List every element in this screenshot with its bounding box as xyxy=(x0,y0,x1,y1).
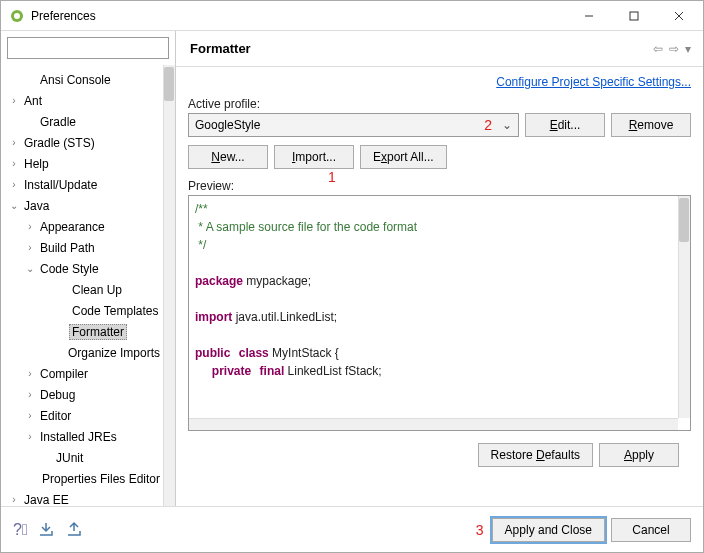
preview-scrollbar-v[interactable] xyxy=(678,196,690,418)
import-button[interactable]: Import... xyxy=(274,145,354,169)
collapse-icon[interactable]: ⌄ xyxy=(7,200,21,211)
remove-button[interactable]: Remove xyxy=(611,113,691,137)
tree-item-label: Code Style xyxy=(37,262,102,276)
tree-item[interactable]: Ansi Console xyxy=(1,69,163,90)
tree-item[interactable]: ›Gradle (STS) xyxy=(1,132,163,153)
expand-icon[interactable]: › xyxy=(23,368,37,379)
tree-item[interactable]: ›Editor xyxy=(1,405,163,426)
tree-item[interactable]: ›Appearance xyxy=(1,216,163,237)
tree-item[interactable]: ›Install/Update xyxy=(1,174,163,195)
expand-icon[interactable]: › xyxy=(23,242,37,253)
apply-button[interactable]: Apply xyxy=(599,443,679,467)
left-pane: Ansi Console›AntGradle›Gradle (STS)›Help… xyxy=(1,31,176,506)
tree-item-label: Gradle (STS) xyxy=(21,136,98,150)
tree-item[interactable]: ›Java EE xyxy=(1,489,163,506)
preview-label: Preview: xyxy=(188,179,691,193)
expand-icon[interactable]: › xyxy=(23,389,37,400)
expand-icon[interactable]: › xyxy=(7,179,21,190)
tree-item-label: Compiler xyxy=(37,367,91,381)
profile-value: GoogleStyle xyxy=(195,118,260,132)
expand-icon[interactable]: › xyxy=(7,494,21,505)
tree-scrollbar[interactable] xyxy=(163,65,175,506)
menu-arrow-icon[interactable]: ▾ xyxy=(685,42,691,56)
close-button[interactable] xyxy=(656,2,701,30)
tree-item-label: Properties Files Editor xyxy=(39,472,163,486)
tree-item-label: Code Templates xyxy=(69,304,162,318)
tree-item-label: Formatter xyxy=(69,324,127,340)
tree-item[interactable]: ›Installed JREs xyxy=(1,426,163,447)
tree-item[interactable]: ›Compiler xyxy=(1,363,163,384)
tree-item[interactable]: Formatter xyxy=(1,321,163,342)
expand-icon[interactable]: › xyxy=(23,431,37,442)
tree-item[interactable]: Clean Up xyxy=(1,279,163,300)
filter-input[interactable] xyxy=(7,37,169,59)
tree-item-label: Clean Up xyxy=(69,283,125,297)
tree-item-label: Ansi Console xyxy=(37,73,114,87)
annotation-1: 1 xyxy=(328,169,336,185)
tree-item[interactable]: ›Build Path xyxy=(1,237,163,258)
back-icon[interactable]: ⇦ xyxy=(653,42,663,56)
tree-item[interactable]: ⌄Java xyxy=(1,195,163,216)
tree-scroll-thumb[interactable] xyxy=(164,67,174,101)
annotation-3: 3 xyxy=(476,522,484,538)
cancel-button[interactable]: Cancel xyxy=(611,518,691,542)
tree-item[interactable]: JUnit xyxy=(1,447,163,468)
configure-project-link[interactable]: Configure Project Specific Settings... xyxy=(496,75,691,89)
import-prefs-icon[interactable] xyxy=(38,521,56,539)
active-profile-label: Active profile: xyxy=(188,97,691,111)
tree-item-label: Organize Imports xyxy=(65,346,163,360)
tree-item[interactable]: Properties Files Editor xyxy=(1,468,163,489)
export-all-button[interactable]: Export All... xyxy=(360,145,447,169)
preview-content: /** * A sample source file for the code … xyxy=(189,196,690,384)
forward-icon[interactable]: ⇨ xyxy=(669,42,679,56)
tree-item[interactable]: ›Help xyxy=(1,153,163,174)
chevron-down-icon: ⌄ xyxy=(502,118,512,132)
tree-item-label: Java EE xyxy=(21,493,72,507)
tree-item[interactable]: ›Ant xyxy=(1,90,163,111)
edit-button[interactable]: Edit... xyxy=(525,113,605,137)
preview-thumb-v[interactable] xyxy=(679,198,689,242)
window-title: Preferences xyxy=(31,9,566,23)
tree-item-label: Help xyxy=(21,157,52,171)
expand-icon[interactable]: › xyxy=(7,137,21,148)
footer: ?⃝ 3 Apply and Close Cancel xyxy=(1,506,703,552)
tree-item[interactable]: Code Templates xyxy=(1,300,163,321)
tree-item-label: Build Path xyxy=(37,241,98,255)
export-prefs-icon[interactable] xyxy=(66,521,84,539)
tree-item-label: JUnit xyxy=(53,451,86,465)
tree-item-label: Appearance xyxy=(37,220,108,234)
apply-and-close-button[interactable]: Apply and Close xyxy=(492,518,605,542)
page-title: Formatter xyxy=(190,41,653,56)
new-button[interactable]: New... xyxy=(188,145,268,169)
restore-defaults-button[interactable]: Restore Defaults xyxy=(478,443,593,467)
tree-item[interactable]: ⌄Code Style xyxy=(1,258,163,279)
expand-icon[interactable]: › xyxy=(23,221,37,232)
tree-item[interactable]: Gradle xyxy=(1,111,163,132)
preview-scrollbar-h[interactable] xyxy=(189,418,678,430)
expand-icon[interactable]: › xyxy=(7,95,21,106)
app-icon xyxy=(9,8,25,24)
tree-item-label: Editor xyxy=(37,409,74,423)
profile-select[interactable]: GoogleStyle 2 ⌄ xyxy=(188,113,519,137)
svg-rect-3 xyxy=(630,12,638,20)
tree-item-label: Gradle xyxy=(37,115,79,129)
tree-item-label: Java xyxy=(21,199,52,213)
expand-icon[interactable]: › xyxy=(23,410,37,421)
tree-item-label: Ant xyxy=(21,94,45,108)
tree-item[interactable]: Organize Imports xyxy=(1,342,163,363)
tree-item-label: Install/Update xyxy=(21,178,100,192)
titlebar: Preferences xyxy=(1,1,703,31)
right-pane: Formatter ⇦ ⇨ ▾ Configure Project Specif… xyxy=(176,31,703,506)
help-icon[interactable]: ?⃝ xyxy=(13,521,28,539)
svg-point-1 xyxy=(14,13,20,19)
tree-item-label: Installed JREs xyxy=(37,430,120,444)
preferences-tree[interactable]: Ansi Console›AntGradle›Gradle (STS)›Help… xyxy=(1,65,163,506)
tree-item-label: Debug xyxy=(37,388,78,402)
annotation-2: 2 xyxy=(484,117,492,133)
tree-item[interactable]: ›Debug xyxy=(1,384,163,405)
collapse-icon[interactable]: ⌄ xyxy=(23,263,37,274)
preview-box: /** * A sample source file for the code … xyxy=(188,195,691,431)
maximize-button[interactable] xyxy=(611,2,656,30)
minimize-button[interactable] xyxy=(566,2,611,30)
expand-icon[interactable]: › xyxy=(7,158,21,169)
